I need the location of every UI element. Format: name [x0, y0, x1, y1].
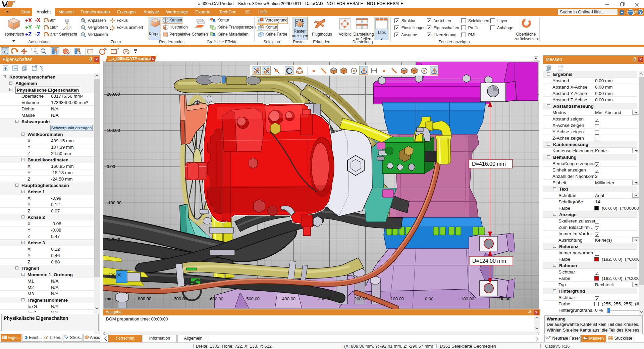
svg-text:-300.00: -300.00: [107, 272, 121, 278]
svg-text:0.00: 0.00: [425, 296, 433, 301]
svg-text:?: ?: [639, 10, 642, 15]
svg-text:-700.00: -700.00: [172, 296, 187, 301]
svg-text:-200.00: -200.00: [353, 296, 368, 301]
svg-text:-100.00: -100.00: [107, 200, 121, 205]
svg-text:-600.00: -600.00: [209, 296, 223, 301]
svg-text:100.00: 100.00: [107, 128, 120, 133]
svg-text:200.00: 200.00: [107, 92, 120, 97]
svg-text:100.00: 100.00: [461, 296, 474, 301]
svg-text:-200.00: -200.00: [107, 237, 121, 242]
svg-text:200.00: 200.00: [497, 296, 511, 301]
svg-text:-500.00: -500.00: [245, 296, 260, 301]
svg-text:D=416.00 mm: D=416.00 mm: [472, 161, 506, 167]
svg-text:-100.00: -100.00: [389, 296, 404, 301]
svg-text:-800.00: -800.00: [137, 296, 151, 301]
svg-text:0.00: 0.00: [107, 164, 115, 169]
svg-text:-400.00: -400.00: [281, 296, 296, 301]
svg-text:mm: mm: [105, 296, 113, 301]
svg-text:D=124.00 mm: D=124.00 mm: [472, 258, 506, 264]
svg-text:-300.00: -300.00: [317, 296, 331, 301]
